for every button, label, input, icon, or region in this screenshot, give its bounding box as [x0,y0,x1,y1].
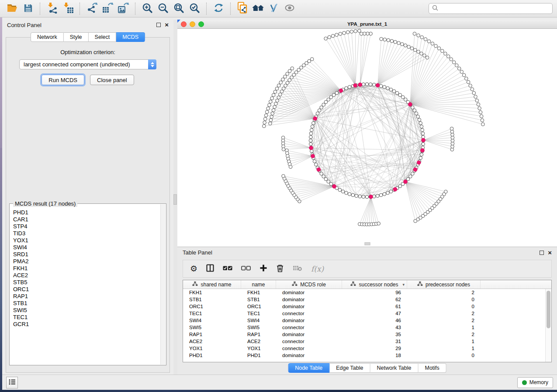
graph-node[interactable] [419,121,422,125]
tab-motifs[interactable]: Motifs [418,363,446,373]
cell-shared-name[interactable]: TEC1 [183,311,241,316]
graph-leaf-node[interactable] [346,31,349,34]
graph-node[interactable] [309,139,312,142]
mcds-result-item[interactable]: GCR1 [13,321,160,328]
graph-node[interactable] [327,180,330,183]
graph-leaf-node[interactable] [444,52,447,55]
graph-leaf-node[interactable] [335,33,339,37]
graph-node[interactable] [398,185,402,188]
graph-leaf-node[interactable] [363,32,367,35]
graph-mcds-node[interactable] [317,168,321,172]
cell-predecessor-nodes[interactable]: 0 [407,304,481,309]
graph-node[interactable] [358,195,362,198]
graph-leaf-node[interactable] [410,47,414,50]
cell-successor-nodes[interactable]: 31 [342,339,407,344]
save-session-button[interactable] [20,2,36,16]
graph-node[interactable] [422,142,425,146]
run-mcds-button[interactable]: Run MCDS [42,75,84,85]
cell-shared-name[interactable]: ACE2 [183,339,241,344]
cell-predecessor-nodes[interactable]: 1 [407,339,481,344]
graph-leaf-node[interactable] [291,67,294,70]
tab-mcds[interactable]: MCDS [116,32,145,42]
cell-mcds-role[interactable]: connector [276,346,342,351]
graph-leaf-node[interactable] [417,34,420,37]
graph-node[interactable] [362,83,365,86]
graph-leaf-node[interactable] [380,38,383,41]
graph-node[interactable] [316,112,319,115]
cell-shared-name[interactable]: SWI5 [183,325,241,330]
graph-leaf-node[interactable] [282,175,285,178]
mcds-result-item[interactable]: TEC1 [13,314,160,321]
horizontal-splitter-handle[interactable] [364,242,370,245]
graph-node[interactable] [329,182,333,186]
graph-node[interactable] [309,132,313,135]
zoom-fit-button[interactable] [171,2,187,16]
table-settings-button[interactable]: ⚙ [190,262,197,275]
graph-node[interactable] [318,109,321,112]
graph-node[interactable] [416,115,420,118]
graph-leaf-node[interactable] [366,32,370,35]
graph-node[interactable] [376,194,379,198]
column-header-name[interactable]: name [241,280,276,289]
table-row[interactable]: ORC1ORC1dominator610 [183,303,545,310]
cell-name[interactable]: SWI4 [241,318,276,323]
cell-successor-nodes[interactable]: 96 [342,290,407,295]
graph-leaf-node[interactable] [423,54,426,57]
graph-mcds-node[interactable] [421,148,425,152]
zoom-out-button[interactable] [155,2,171,16]
cell-mcds-role[interactable]: connector [276,325,342,330]
cell-predecessor-nodes[interactable]: 2 [407,311,481,316]
graph-leaf-node[interactable] [279,81,283,84]
graph-node[interactable] [419,156,422,160]
graph-leaf-node[interactable] [272,109,275,112]
graph-leaf-node[interactable] [263,124,266,128]
cell-shared-name[interactable]: YOX1 [183,346,241,351]
graph-node[interactable] [348,193,351,196]
graph-node[interactable] [413,109,416,112]
mcds-result-item[interactable]: ORC1 [13,286,160,293]
graph-leaf-node[interactable] [377,222,381,225]
graph-leaf-node[interactable] [276,99,279,103]
graph-node[interactable] [421,128,424,132]
graph-node[interactable] [320,172,323,175]
graph-node[interactable] [362,195,365,199]
graph-leaf-node[interactable] [467,80,470,84]
zoom-selected-button[interactable] [187,2,202,16]
graph-mcds-node[interactable] [311,154,315,158]
cell-successor-nodes[interactable]: 18 [342,353,407,358]
graph-node[interactable] [411,172,415,175]
tab-edge-table[interactable]: Edge Table [329,363,370,373]
tab-select[interactable]: Select [89,32,117,42]
graph-node[interactable] [418,118,421,122]
graph-node[interactable] [329,96,333,99]
table-row[interactable]: YOX1YOX1connector291 [183,345,545,352]
graph-node[interactable] [415,112,418,115]
graph-node[interactable] [369,83,372,86]
mcds-result-item[interactable]: FKH1 [13,265,160,272]
graph-node[interactable] [322,175,325,178]
deselect-all-button[interactable] [241,262,251,275]
graph-leaf-node[interactable] [452,61,456,64]
tab-style[interactable]: Style [64,32,89,42]
graph-node[interactable] [309,142,313,146]
graph-node[interactable] [315,163,318,166]
graph-node[interactable] [335,91,339,95]
graph-mcds-node[interactable] [422,138,426,142]
graph-node[interactable] [310,149,314,153]
function-builder-button[interactable]: f(x) [311,262,324,275]
graph-leaf-node[interactable] [270,96,274,100]
graph-leaf-node[interactable] [383,38,387,41]
cell-mcds-role[interactable]: dominator [276,353,342,358]
cell-successor-nodes[interactable]: 29 [342,346,407,351]
graph-node[interactable] [411,106,415,109]
graph-leaf-node[interactable] [397,41,401,45]
graph-leaf-node[interactable] [266,107,270,110]
graph-mcds-node[interactable] [358,83,362,87]
graph-leaf-node[interactable] [273,90,277,94]
cell-shared-name[interactable]: ORC1 [183,304,241,309]
graph-leaf-node[interactable] [427,40,431,43]
graph-leaf-node[interactable] [288,69,291,73]
cell-predecessor-nodes[interactable]: 0 [407,353,481,358]
graph-node[interactable] [392,89,396,93]
graph-leaf-node[interactable] [404,44,407,47]
